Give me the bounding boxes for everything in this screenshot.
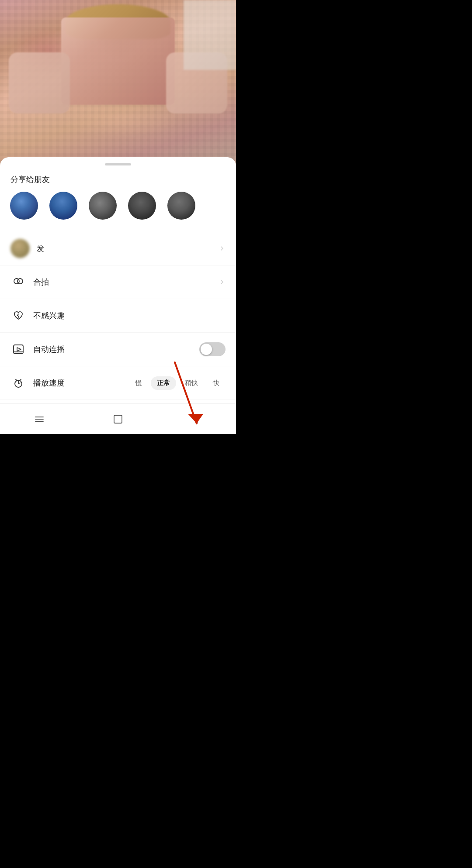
speed-slightly-fast-button[interactable]: 稍快 <box>179 376 204 390</box>
list-item[interactable] <box>166 192 197 223</box>
face-area <box>61 17 175 105</box>
speed-icon <box>10 375 26 391</box>
toggle-knob <box>201 344 212 355</box>
duet-label: 合拍 <box>33 277 219 287</box>
avatar <box>49 192 77 220</box>
speed-options: 慢 正常 稍快 快 <box>129 376 226 390</box>
list-item[interactable] <box>127 192 157 223</box>
speed-label: 播放速度 <box>33 378 129 388</box>
navigation-bar <box>0 403 236 434</box>
avatar <box>89 192 117 220</box>
svg-rect-14 <box>114 415 122 423</box>
not-interested-label: 不感兴趣 <box>33 310 226 321</box>
avatar <box>128 192 156 220</box>
autoplay-right <box>199 342 226 356</box>
sheet-title: 分享给朋友 <box>0 165 236 192</box>
avatar <box>10 239 30 258</box>
list-item[interactable] <box>9 192 39 223</box>
hamburger-icon <box>34 413 45 425</box>
speed-slow-button[interactable]: 慢 <box>129 376 148 390</box>
chevron-right-icon <box>219 245 226 252</box>
home-square-icon <box>112 413 124 425</box>
friend-row-label: 发 <box>37 244 219 254</box>
autoplay-menu-item[interactable]: 自动连播 <box>0 333 236 366</box>
list-item[interactable] <box>87 192 118 223</box>
svg-marker-6 <box>17 348 21 351</box>
svg-rect-5 <box>14 345 23 354</box>
not-interested-menu-item[interactable]: 不感兴趣 <box>0 299 236 333</box>
autoplay-icon <box>10 341 26 357</box>
home-button[interactable] <box>107 408 129 430</box>
speed-normal-button[interactable]: 正常 <box>151 376 176 390</box>
duet-right <box>219 279 226 286</box>
avatar <box>167 192 195 220</box>
hands-left <box>9 52 70 114</box>
autoplay-toggle[interactable] <box>199 342 226 356</box>
avatar <box>10 192 38 220</box>
back-chevron-icon <box>191 413 202 425</box>
duet-icon <box>10 274 26 290</box>
menu-button[interactable] <box>28 408 50 430</box>
send-to-friend-row[interactable]: 发 <box>0 232 236 265</box>
svg-line-4 <box>18 316 19 318</box>
speed-menu-item[interactable]: 播放速度 慢 正常 稍快 快 <box>0 366 236 400</box>
heart-broken-icon <box>10 308 26 324</box>
list-item[interactable] <box>48 192 79 223</box>
friends-row <box>0 192 236 232</box>
bottom-sheet: 分享给朋友 <box>0 157 236 434</box>
chevron-right-icon <box>219 279 226 286</box>
speed-fast-button[interactable]: 快 <box>207 376 226 390</box>
video-background <box>0 0 236 170</box>
background-wall <box>184 0 236 70</box>
duet-menu-item[interactable]: 合拍 <box>0 265 236 299</box>
svg-point-1 <box>17 279 23 284</box>
autoplay-label: 自动连播 <box>33 344 199 355</box>
back-button[interactable] <box>186 408 208 430</box>
